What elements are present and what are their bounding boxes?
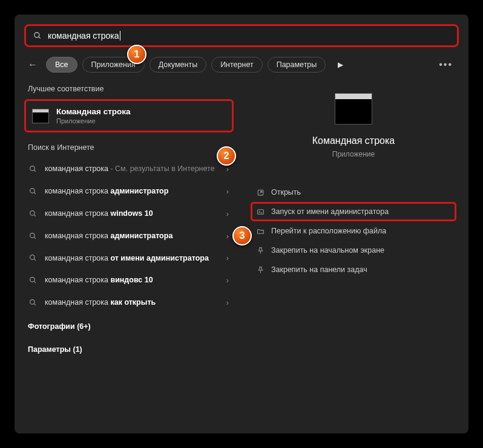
suggestion-text: командная строка виндовс 10 (45, 275, 226, 285)
section-best-match: Лучшее соответствие (24, 80, 234, 99)
svg-line-13 (34, 281, 36, 283)
action-admin[interactable]: Запуск от имени администратора (251, 202, 456, 221)
chevron-right-icon[interactable]: › (226, 276, 229, 285)
preview-app-icon (335, 93, 372, 125)
chevron-right-icon[interactable]: › (226, 232, 229, 241)
web-suggestion[interactable]: командная строка как открыть› (24, 291, 234, 314)
suggestion-text: командная строка администратора (45, 231, 226, 241)
action-folder[interactable]: Перейти к расположению файла (251, 221, 456, 241)
more-filters-icon[interactable]: ▶ (333, 60, 348, 69)
pin-icon (257, 266, 271, 274)
web-suggestion[interactable]: командная строка от имени администратора… (24, 247, 234, 270)
search-icon (29, 187, 45, 195)
results-column: Лучшее соответствие Командная строка При… (15, 80, 238, 433)
search-panel: командная строка ← Все Приложения Докуме… (15, 15, 468, 433)
cmd-icon (32, 109, 49, 123)
svg-point-8 (30, 233, 35, 238)
preview-sub: Приложение (332, 150, 375, 158)
web-suggestion[interactable]: командная строка администратор› (24, 180, 234, 203)
svg-line-3 (34, 170, 36, 172)
best-match-sub: Приложение (56, 117, 131, 125)
action-open[interactable]: Открыть (251, 183, 456, 202)
preview-title: Командная строка (312, 135, 395, 146)
best-match-item[interactable]: Командная строка Приложение (24, 99, 234, 132)
section-photos[interactable]: Фотографии (6+) (24, 317, 234, 337)
svg-point-10 (30, 255, 35, 260)
search-icon (29, 299, 45, 307)
admin-icon (257, 208, 271, 216)
svg-point-12 (30, 278, 35, 282)
open-icon (257, 189, 271, 196)
search-bar[interactable]: командная строка (24, 24, 459, 47)
action-label: Запуск от имени администратора (271, 207, 389, 216)
chevron-right-icon[interactable]: › (226, 164, 229, 174)
search-icon (29, 254, 45, 262)
overflow-icon[interactable]: ••• (433, 59, 459, 70)
svg-line-9 (34, 237, 36, 239)
suggestion-text: командная строка - См. результаты в Инте… (45, 164, 226, 174)
action-label: Закрепить на начальном экране (271, 246, 384, 255)
chevron-right-icon[interactable]: › (226, 298, 229, 307)
action-pin[interactable]: Закрепить на начальном экране (251, 241, 456, 260)
filter-pill-web[interactable]: Интернет (211, 57, 263, 73)
filter-pill-settings[interactable]: Параметры (268, 57, 326, 73)
chevron-right-icon[interactable]: › (226, 209, 229, 218)
svg-point-2 (30, 166, 35, 171)
web-suggestion[interactable]: командная строка windows 10› (24, 203, 234, 225)
svg-line-11 (34, 259, 36, 261)
suggestion-text: командная строка windows 10 (45, 209, 226, 219)
filter-pill-docs[interactable]: Документы (150, 57, 206, 73)
callout-3: 3 (232, 226, 252, 245)
web-suggestion[interactable]: командная строка - См. результаты в Инте… (24, 158, 234, 180)
suggestion-text: командная строка как открыть (45, 297, 226, 308)
suggestion-text: командная строка от имени администратора (45, 253, 226, 264)
svg-line-15 (34, 304, 36, 305)
preview-column: Командная строка Приложение ОткрытьЗапус… (238, 80, 468, 433)
svg-line-1 (39, 37, 41, 39)
section-params[interactable]: Параметры (1) (24, 340, 234, 360)
chevron-right-icon[interactable]: › (226, 253, 229, 262)
search-icon (29, 210, 45, 218)
filter-pill-all[interactable]: Все (46, 57, 77, 73)
search-text[interactable]: командная строка (48, 31, 119, 41)
search-icon (33, 31, 42, 40)
callout-1: 1 (127, 45, 146, 64)
svg-point-6 (30, 210, 35, 215)
search-icon (29, 165, 45, 173)
filter-row: ← Все Приложения Документы Интернет Пара… (15, 47, 468, 80)
action-label: Перейти к расположению файла (271, 227, 386, 235)
search-icon (29, 276, 45, 284)
suggestion-text: командная строка администратор (45, 186, 226, 196)
svg-line-7 (34, 215, 36, 216)
section-web: Поиск в Интернете (24, 138, 234, 158)
pin-icon (257, 247, 271, 255)
svg-rect-17 (258, 209, 264, 214)
chevron-right-icon[interactable]: › (226, 187, 229, 196)
svg-point-0 (34, 33, 39, 37)
folder-icon (257, 227, 271, 235)
web-suggestion[interactable]: командная строка виндовс 10› (24, 269, 234, 291)
search-icon (29, 232, 45, 240)
action-label: Закрепить на панели задач (271, 265, 367, 274)
web-suggestion[interactable]: командная строка администратора› (24, 225, 234, 247)
callout-2: 2 (217, 146, 236, 166)
svg-point-4 (30, 188, 35, 193)
back-arrow-icon[interactable]: ← (24, 59, 41, 70)
svg-line-5 (34, 192, 36, 194)
action-pin[interactable]: Закрепить на панели задач (251, 260, 456, 279)
action-label: Открыть (271, 188, 301, 196)
svg-point-14 (30, 300, 35, 305)
best-match-title: Командная строка (56, 107, 131, 116)
actions-list: ОткрытьЗапуск от имени администратораПер… (251, 183, 456, 279)
